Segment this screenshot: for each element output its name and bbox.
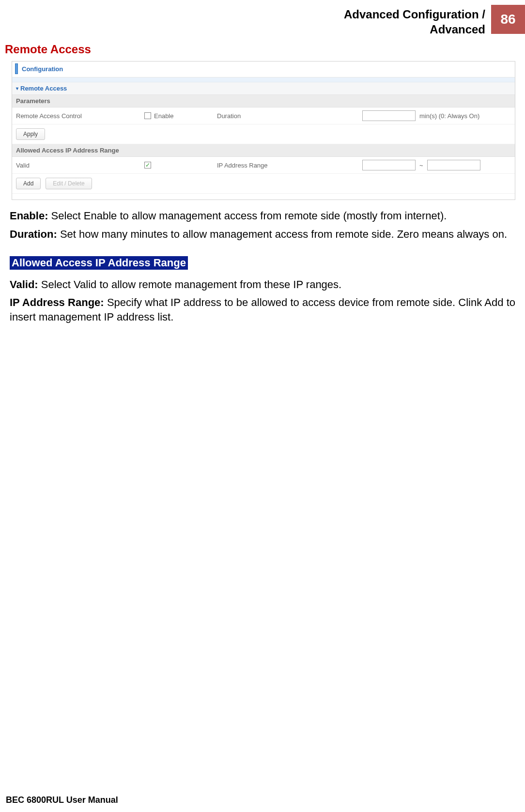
breadcrumb: Advanced Configuration / Advanced (344, 5, 491, 37)
config-screenshot: Configuration ▾ Remote Access Parameters… (12, 61, 515, 200)
enable-checkbox[interactable] (144, 112, 151, 119)
divider-strip (12, 77, 515, 82)
duration-desc-text: Set how many minutes to allow management… (57, 228, 507, 240)
iprange-desc-label: IP Address Range: (10, 296, 104, 308)
configuration-label: Configuration (22, 65, 63, 73)
add-button[interactable]: Add (16, 178, 41, 189)
valid-desc-text: Select Valid to allow remote management … (38, 278, 342, 291)
ip-range-separator: ~ (419, 162, 423, 169)
caret-down-icon: ▾ (16, 86, 18, 91)
section-title: Remote Access (5, 43, 520, 56)
allowed-range-subheader: Allowed Access IP Address Range (12, 144, 515, 157)
config-marker-icon (15, 63, 18, 74)
apply-button[interactable]: Apply (16, 128, 45, 140)
config-bar: Configuration (12, 61, 515, 77)
iprange-description: IP Address Range: Specify what IP addres… (10, 295, 515, 324)
ip-range-start-input[interactable] (362, 160, 416, 170)
duration-desc-label: Duration: (10, 228, 57, 240)
valid-label: Valid (16, 162, 144, 169)
enable-desc-label: Enable: (10, 210, 48, 222)
edit-delete-button: Edit / Delete (46, 178, 92, 189)
add-edit-row: Add Edit / Delete (12, 174, 515, 194)
valid-desc-label: Valid: (10, 278, 38, 291)
enable-checkbox-label: Enable (154, 112, 173, 120)
valid-checkbox[interactable]: ✓ (144, 162, 151, 169)
valid-row: Valid ✓ IP Address Range ~ (12, 157, 515, 174)
duration-input[interactable] (362, 110, 416, 121)
duration-label: Duration (217, 112, 362, 120)
remote-access-control-label: Remote Access Control (16, 112, 144, 120)
remote-access-header[interactable]: ▾ Remote Access (12, 82, 515, 95)
enable-desc-text: Select Enable to allow management access… (48, 210, 447, 222)
remote-access-header-label: Remote Access (20, 85, 67, 92)
duration-unit-label: min(s) (0: Always On) (419, 112, 479, 120)
footer-label: BEC 6800RUL User Manual (6, 795, 118, 805)
enable-description: Enable: Select Enable to allow managemen… (10, 209, 515, 223)
remote-access-control-row: Remote Access Control Enable Duration mi… (12, 107, 515, 124)
valid-description: Valid: Select Valid to allow remote mana… (10, 277, 515, 292)
allowed-range-heading: Allowed Access IP Address Range (10, 256, 188, 270)
breadcrumb-line1: Advanced Configuration / (344, 7, 485, 22)
ip-range-end-input[interactable] (427, 160, 480, 170)
apply-row: Apply (12, 124, 515, 144)
duration-description: Duration: Set how many minutes to allow … (10, 227, 515, 242)
parameters-subheader: Parameters (12, 95, 515, 107)
breadcrumb-line2: Advanced (344, 22, 485, 37)
ip-range-label: IP Address Range (217, 162, 362, 169)
page-number-badge: 86 (491, 5, 525, 34)
